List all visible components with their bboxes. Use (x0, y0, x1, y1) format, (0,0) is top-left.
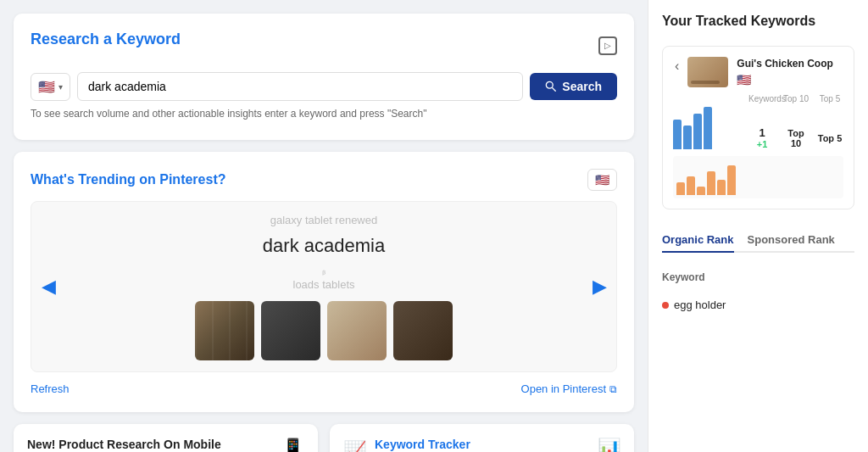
tracked-product-card: ‹ Gui's Chicken Coop 🇺🇸 Keywords Top 10 … (662, 46, 854, 209)
carousel-dot: ᵦ (322, 265, 326, 276)
keywords-col-label: Keywords (748, 94, 776, 103)
trending-flag-emoji: 🇺🇸 (595, 173, 609, 187)
trending-carousel: ◀ ▶ galaxy tablet renewed dark academia … (31, 201, 617, 372)
top-main-value: Top 5 (816, 133, 843, 143)
trending-title: What's Trending on Pinterest? (31, 172, 225, 187)
obar-5 (717, 180, 726, 195)
product-name: Gui's Chicken Coop (737, 58, 833, 71)
sponsored-rank-tab[interactable]: Sponsored Rank (748, 228, 835, 253)
bottom-row: New! Product Research On Mobile Download… (14, 424, 634, 452)
keyword-tracker-card: 📈 Keyword Tracker Product Rank Tracking … (330, 424, 634, 452)
keyword-text: egg holder (674, 299, 726, 311)
search-hint: To see search volume and other actionabl… (31, 108, 617, 120)
bar-1 (673, 120, 682, 149)
research-keyword-title: Research a Keyword (31, 31, 181, 48)
top10-col-label: Top 10 (782, 94, 810, 103)
search-button-label: Search (562, 80, 602, 93)
research-keyword-card: Research a Keyword 🇺🇸 ▾ Search To see se… (14, 14, 634, 140)
keyword-col-label: Keyword (662, 271, 854, 283)
search-icon (545, 81, 557, 92)
dropdown-arrow: ▾ (58, 82, 63, 92)
obar-6 (727, 165, 736, 195)
carousel-actions: Refresh Open in Pinterest ⧉ (31, 382, 617, 395)
flag-dropdown[interactable]: 🇺🇸 ▾ (31, 73, 70, 101)
keyword-dot (662, 302, 669, 309)
sidebar-title: Your Tracked Keywords (662, 14, 854, 29)
obar-1 (676, 182, 685, 195)
search-input[interactable] (77, 72, 523, 101)
mobile-research-title: New! Product Research On Mobile (27, 438, 221, 451)
rank-change-value: +1 (748, 139, 776, 149)
svg-line-1 (553, 88, 556, 92)
keyword-tracker-chart-icon: 📈 (343, 440, 366, 452)
carousel-text-bottom: loads tablets (293, 278, 355, 291)
bar-3 (693, 114, 702, 149)
keyword-item: egg holder (662, 299, 854, 311)
trending-header: What's Trending on Pinterest? 🇺🇸 (31, 169, 617, 191)
product-flag: 🇺🇸 (737, 73, 833, 86)
carousel-image-1 (195, 301, 254, 360)
trending-flag-badge: 🇺🇸 (587, 169, 617, 191)
main-area: Research a Keyword 🇺🇸 ▾ Search To see se… (0, 0, 648, 452)
search-row: 🇺🇸 ▾ Search (31, 72, 617, 101)
rank-main-value: 1 (748, 126, 776, 139)
top10-val-col: Top 10 (782, 128, 810, 148)
obar-2 (687, 176, 695, 195)
top5-col-label: Top 5 (816, 94, 843, 103)
carousel-image-3 (327, 301, 387, 360)
back-arrow-button[interactable]: ‹ (673, 57, 681, 75)
rank-value-col: 1 +1 (748, 126, 776, 149)
carousel-inner: galaxy tablet renewed dark academia ᵦ lo… (40, 210, 608, 363)
flag-emoji: 🇺🇸 (38, 79, 55, 95)
trending-card: What's Trending on Pinterest? 🇺🇸 ◀ ▶ gal… (14, 152, 634, 412)
bar-4 (704, 107, 712, 149)
carousel-image-2 (261, 301, 320, 360)
rank-tabs: Organic Rank Sponsored Rank (662, 228, 854, 253)
sparkline-orange-chart (673, 156, 843, 198)
organic-rank-tab[interactable]: Organic Rank (662, 228, 734, 253)
product-thumbnail (687, 57, 728, 87)
carousel-text-main: dark academia (263, 235, 385, 257)
open-pinterest-label: Open in Pinterest (521, 382, 606, 395)
refresh-button[interactable]: Refresh (31, 382, 70, 395)
open-pinterest-button[interactable]: Open in Pinterest ⧉ (521, 382, 617, 395)
external-link-icon: ⧉ (609, 383, 617, 395)
obar-3 (697, 187, 705, 195)
video-icon[interactable] (598, 36, 617, 55)
bar-2 (683, 126, 692, 149)
svg-point-0 (547, 81, 554, 88)
carousel-images (195, 301, 453, 360)
obar-4 (707, 171, 715, 195)
top-val-col: Top 5 (816, 133, 843, 143)
sparkline-chart (673, 107, 743, 149)
mobile-icon: 📱 (281, 438, 304, 452)
keyword-tracker-title: Keyword Tracker (375, 438, 477, 451)
tracked-card-header: Gui's Chicken Coop 🇺🇸 (687, 57, 843, 87)
carousel-text-top: galaxy tablet renewed (270, 214, 377, 226)
mobile-research-card: New! Product Research On Mobile Download… (14, 424, 318, 452)
search-button[interactable]: Search (530, 73, 617, 100)
chart-bar-icon: 📊 (598, 438, 620, 452)
carousel-image-4 (393, 301, 453, 360)
right-sidebar: Your Tracked Keywords ‹ Gui's Chicken Co… (648, 0, 868, 452)
top10-main-value: Top 10 (782, 128, 810, 148)
